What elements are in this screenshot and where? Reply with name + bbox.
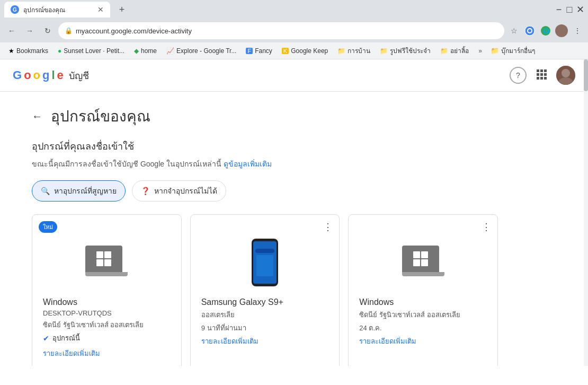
bookmark-yarfio[interactable]: 📁 อย่าลิ้อ xyxy=(436,43,473,58)
bookmark-label: การบ้าน xyxy=(348,46,370,56)
laptop-screen xyxy=(402,246,439,272)
google-logo: G o o g l e บัญชี xyxy=(13,68,89,83)
device-cards: ใหม่ Windows xyxy=(32,214,498,366)
bookmark-karn-ban[interactable]: 📁 การบ้าน xyxy=(333,43,375,58)
laptop-base xyxy=(85,272,128,276)
bookmark-label: Explore - Google Tr... xyxy=(176,47,236,55)
back-button[interactable]: ← xyxy=(32,110,42,122)
svg-point-4 xyxy=(528,29,531,32)
svg-rect-11 xyxy=(540,73,543,76)
main-content: ← อุปกรณ์ของคุณ อุปกรณ์ที่คุณลงชื่อเข้าใ… xyxy=(0,92,530,366)
page-title-row: ← อุปกรณ์ของคุณ xyxy=(32,92,498,138)
new-tab-button[interactable]: + xyxy=(114,2,129,17)
bookmark-home[interactable]: ◆ home xyxy=(130,45,161,57)
scrollbar-thumb[interactable] xyxy=(584,59,588,91)
folder-icon: 📁 xyxy=(337,47,345,55)
bookmark-star-icon[interactable]: ☆ xyxy=(507,24,520,37)
laptop-base xyxy=(402,272,444,276)
bookmark-label: Fancy xyxy=(255,47,272,55)
svg-point-16 xyxy=(562,69,570,77)
address-bar: ← → ↻ 🔒 myaccount.google.com/device-acti… xyxy=(0,19,588,42)
device-location: ออสเตรเลีย xyxy=(201,309,329,320)
bookmark-bookmarks[interactable]: ★ Bookmarks xyxy=(4,45,52,57)
section-desc-text: ขณะนี้คุณมีการลงชื่อเข้าใช้บัญชี Google … xyxy=(32,160,221,168)
back-nav-button[interactable]: ← xyxy=(4,23,19,38)
section-title: อุปกรณ์ที่คุณลงชื่อเข้าใช้ xyxy=(32,138,498,154)
bookmark-label: home xyxy=(141,47,157,55)
device-details-link[interactable]: รายละเอียดเพิ่มเติม xyxy=(359,337,416,345)
new-badge: ใหม่ xyxy=(39,221,57,233)
bookmark-rupprit[interactable]: 📁 รูปฟรีใช้ประจำ xyxy=(376,43,435,58)
close-button[interactable]: ✕ xyxy=(576,6,584,13)
minimize-button[interactable]: − xyxy=(555,6,563,13)
bookmark-google-keep[interactable]: K Google Keep xyxy=(278,45,332,57)
svg-rect-10 xyxy=(537,73,539,76)
phone-icon xyxy=(252,239,278,286)
bookmark-explore[interactable]: 📈 Explore - Google Tr... xyxy=(162,45,240,57)
explore-icon: 📈 xyxy=(166,47,174,55)
bookmark-fancy[interactable]: F Fancy xyxy=(242,45,276,57)
device-icon-area xyxy=(43,236,171,289)
card-menu-button[interactable]: ⋮ xyxy=(323,221,333,233)
forward-nav-button[interactable]: → xyxy=(22,23,37,38)
chrome-icon[interactable] xyxy=(523,24,536,37)
page-content: G o o g l e บัญชี ? ← อุปกรณ์ของคุณ xyxy=(0,59,588,366)
logo-o1: o xyxy=(24,68,31,82)
folder-icon: 📁 xyxy=(380,47,388,55)
bookmark-label: อย่าลิ้อ xyxy=(450,46,469,56)
svg-rect-14 xyxy=(540,77,543,80)
url-bar[interactable]: 🔒 myaccount.google.com/device-activity xyxy=(58,22,504,39)
browser-tab[interactable]: G อุปกรณ์ของคุณ ✕ xyxy=(4,2,110,18)
lost-device-label: หากจำอุปกรณ์ไม่ได้ xyxy=(154,185,217,197)
menu-icon[interactable]: ⋮ xyxy=(571,24,584,37)
help-button[interactable]: ? xyxy=(510,67,527,84)
svg-rect-13 xyxy=(537,77,539,80)
card-menu-button[interactable]: ⋮ xyxy=(482,221,491,233)
maximize-button[interactable]: □ xyxy=(566,6,573,13)
lock-icon: 🔒 xyxy=(65,27,73,34)
action-buttons: 🔍 หาอุปกรณ์ที่สูญหาย ❓ หากจำอุปกรณ์ไม่ได… xyxy=(32,180,498,202)
bookmark-sunset-lover[interactable]: ● Sunset Lover · Petit... xyxy=(54,45,129,57)
logo-g: G xyxy=(13,68,22,82)
device-icon-area xyxy=(359,236,487,289)
device-card: ใหม่ Windows xyxy=(32,214,182,366)
bookmark-label: Google Keep xyxy=(291,47,328,55)
window-controls: − □ ✕ xyxy=(555,6,584,13)
home-icon: ◆ xyxy=(134,47,139,55)
apps-grid-button[interactable] xyxy=(535,68,548,83)
svg-rect-15 xyxy=(544,77,547,80)
bookmarks-icon: ★ xyxy=(8,47,14,55)
tab-favicon: G xyxy=(11,5,19,14)
device-details-link[interactable]: รายละเอียดเพิ่มเติม xyxy=(201,337,259,345)
svg-text:🌐: 🌐 xyxy=(543,28,550,34)
extension-icon[interactable]: 🌐 xyxy=(539,24,552,37)
current-device-indicator: ✔ อุปกรณ์นี้ xyxy=(43,332,171,344)
user-avatar-small[interactable] xyxy=(555,24,568,37)
scrollbar-track xyxy=(584,59,588,366)
device-name: Windows xyxy=(359,298,487,307)
device-time: 9 นาทีที่ผ่านมา xyxy=(201,322,329,334)
section-link[interactable]: ดูข้อมูลเพิ่มเติม xyxy=(224,160,272,168)
bookmarks-overflow-button[interactable]: » xyxy=(475,45,485,57)
account-text: บัญชี xyxy=(69,68,89,83)
tab-close-button[interactable]: ✕ xyxy=(97,5,104,14)
bookmark-label: Sunset Lover · Petit... xyxy=(64,47,124,55)
user-avatar[interactable] xyxy=(556,66,575,85)
svg-rect-7 xyxy=(537,69,539,72)
url-text: myaccount.google.com/device-activity xyxy=(76,27,498,35)
lost-device-button[interactable]: ❓ หากจำอุปกรณ์ไม่ได้ xyxy=(132,180,226,202)
device-id: DESKTOP-VRUTQDS xyxy=(43,309,171,317)
device-details-link[interactable]: รายละเอียดเพิ่มเติม xyxy=(43,349,100,357)
svg-rect-12 xyxy=(544,73,547,76)
device-location: ซิดนีย์ รัฐนิวเซาท์เวลส์ ออสเตรเลีย xyxy=(359,309,487,320)
google-account-header: G o o g l e บัญชี ? xyxy=(0,59,588,92)
find-device-button[interactable]: 🔍 หาอุปกรณ์ที่สูญหาย xyxy=(32,180,126,202)
reload-button[interactable]: ↻ xyxy=(40,23,55,38)
bookmarks-other-folder[interactable]: 📁 บุ๊กมาร์กอื่นๆ xyxy=(486,43,539,58)
laptop-icon xyxy=(402,246,444,280)
keep-icon: K xyxy=(282,48,289,54)
find-device-icon: 🔍 xyxy=(41,187,50,195)
lost-device-icon: ❓ xyxy=(141,187,150,195)
laptop-screen xyxy=(85,246,122,272)
folder-label: บุ๊กมาร์กอื่นๆ xyxy=(501,46,535,56)
